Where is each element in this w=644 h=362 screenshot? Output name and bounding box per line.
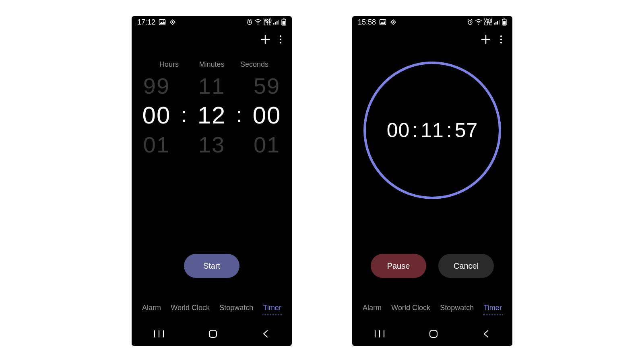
more-menu-button[interactable]	[279, 34, 282, 47]
phone-left-timer-picker: 17:12 Vo)) LTE	[132, 16, 292, 346]
battery-icon	[281, 19, 286, 26]
colon-2: 00 : 00	[226, 74, 252, 157]
add-button[interactable]	[480, 34, 491, 47]
svg-point-27	[500, 39, 502, 40]
minutes-next: 13	[198, 132, 225, 158]
svg-rect-6	[277, 21, 278, 25]
time-picker: 99 00 01 00 : 00 11 12 13 00 : 00 59 00 …	[132, 69, 292, 162]
svg-rect-7	[278, 20, 279, 25]
nav-bar	[352, 322, 512, 346]
signal-icon	[494, 19, 500, 25]
status-bar-right: Vo)) LTE	[467, 19, 507, 26]
seconds-value: 00	[253, 101, 281, 129]
svg-point-13	[280, 42, 281, 43]
seconds-label: Seconds	[233, 60, 276, 69]
svg-point-28	[500, 42, 502, 43]
svg-point-26	[500, 35, 502, 37]
nav-back-button[interactable]	[262, 329, 270, 339]
nav-home-button[interactable]	[208, 329, 218, 339]
tab-timer[interactable]: Timer	[483, 302, 503, 314]
countdown-seconds: 57	[455, 119, 478, 142]
minutes-prev: 11	[198, 73, 225, 99]
nav-back-button[interactable]	[482, 329, 490, 339]
countdown-minutes: 11	[421, 119, 444, 142]
tab-alarm[interactable]: Alarm	[141, 302, 162, 314]
nearby-icon	[169, 19, 176, 26]
countdown-area: 00 : 11 : 57	[352, 52, 512, 254]
tab-world-clock[interactable]: World Clock	[170, 302, 211, 314]
wifi-icon	[254, 19, 262, 25]
volte-line2: LTE	[484, 21, 492, 26]
volte-icon: Vo)) LTE	[484, 19, 492, 26]
picker-labels: Hours Minutes Seconds	[132, 52, 292, 69]
status-time: 17:12	[137, 18, 155, 27]
picture-icon	[379, 19, 386, 26]
status-time: 15:58	[358, 18, 376, 27]
hours-value: 00	[142, 101, 171, 129]
button-row: Start	[132, 254, 292, 298]
signal-icon	[273, 19, 280, 25]
countdown-hours: 00	[387, 119, 410, 142]
nearby-icon	[390, 19, 397, 26]
alarm-icon	[246, 19, 253, 25]
nav-home-button[interactable]	[429, 329, 438, 339]
minutes-value: 12	[198, 101, 226, 129]
nav-bar	[132, 322, 292, 346]
status-bar: 17:12 Vo)) LTE	[132, 16, 292, 28]
svg-rect-19	[494, 23, 495, 25]
svg-rect-5	[275, 22, 276, 25]
battery-icon	[502, 19, 507, 26]
svg-point-11	[280, 35, 281, 37]
pause-button[interactable]: Pause	[371, 254, 426, 278]
volte-icon: Vo)) LTE	[263, 19, 272, 26]
tab-alarm[interactable]: Alarm	[362, 302, 382, 314]
tab-stopwatch[interactable]: Stopwatch	[219, 302, 254, 314]
tab-world-clock[interactable]: World Clock	[390, 302, 431, 314]
top-actions	[132, 28, 292, 52]
hours-label: Hours	[148, 60, 190, 69]
hours-prev: 99	[143, 73, 170, 99]
minutes-picker[interactable]: 11 12 13	[198, 73, 226, 158]
svg-point-12	[280, 39, 281, 40]
hours-picker[interactable]: 99 00 01	[142, 73, 171, 158]
svg-point-1	[163, 21, 164, 22]
start-button[interactable]: Start	[184, 254, 239, 278]
svg-rect-10	[283, 21, 285, 25]
svg-rect-21	[497, 21, 498, 25]
sep: :	[410, 119, 421, 142]
tab-timer[interactable]: Timer	[262, 302, 282, 314]
svg-rect-25	[503, 21, 506, 25]
hours-next: 01	[143, 132, 170, 158]
colon-1: 00 : 00	[171, 74, 197, 157]
button-row: Pause Cancel	[352, 254, 512, 298]
svg-rect-14	[209, 330, 217, 337]
sep: :	[444, 119, 455, 142]
svg-point-18	[478, 24, 479, 25]
countdown-time: 00 : 11 : 57	[362, 60, 502, 200]
wifi-icon	[475, 19, 482, 25]
top-actions	[352, 28, 512, 52]
seconds-next: 01	[254, 132, 280, 158]
status-bar: 15:58 Vo)) LTE	[352, 16, 512, 28]
status-bar-left: 17:12	[137, 18, 176, 27]
svg-point-16	[384, 21, 385, 22]
volte-line2: LTE	[264, 21, 272, 26]
tab-stopwatch[interactable]: Stopwatch	[439, 302, 475, 314]
minutes-label: Minutes	[190, 60, 233, 69]
more-menu-button[interactable]	[500, 34, 503, 47]
status-bar-right: Vo)) LTE	[246, 19, 286, 26]
seconds-picker[interactable]: 59 00 01	[253, 73, 281, 158]
alarm-icon	[467, 19, 473, 25]
add-button[interactable]	[260, 34, 271, 47]
nav-recents-button[interactable]	[154, 330, 164, 338]
picture-icon	[159, 19, 166, 26]
spacer	[132, 162, 292, 254]
svg-rect-31	[430, 330, 437, 337]
nav-recents-button[interactable]	[374, 330, 385, 338]
cancel-button[interactable]: Cancel	[438, 254, 494, 278]
seconds-prev: 59	[254, 73, 280, 99]
status-bar-left: 15:58	[358, 18, 397, 27]
svg-point-3	[258, 24, 259, 25]
progress-ring: 00 : 11 : 57	[362, 60, 502, 200]
svg-rect-20	[495, 22, 497, 25]
